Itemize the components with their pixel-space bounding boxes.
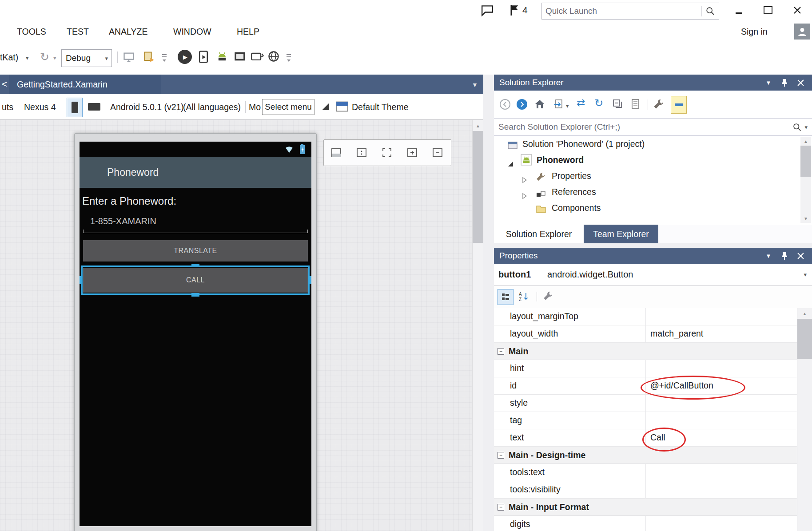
pin-icon[interactable] bbox=[778, 75, 791, 91]
actual-size-button[interactable] bbox=[349, 140, 374, 166]
scrollbar-thumb[interactable] bbox=[797, 319, 812, 359]
preview-selected-items-toggle[interactable] bbox=[671, 96, 687, 114]
property-row[interactable]: layout_marginTop bbox=[494, 308, 797, 325]
user-avatar-icon[interactable] bbox=[794, 24, 810, 40]
split-view-button[interactable] bbox=[324, 140, 349, 166]
refresh-icon[interactable]: ↻ bbox=[594, 97, 603, 109]
globe-icon[interactable] bbox=[267, 50, 280, 64]
scope-to-this-icon[interactable] bbox=[553, 99, 565, 112]
property-value[interactable]: match_parent bbox=[646, 325, 797, 342]
call-button[interactable]: CALL bbox=[83, 268, 308, 293]
translate-button[interactable]: TRANSLATE bbox=[83, 240, 308, 262]
panel-splitter[interactable] bbox=[483, 75, 494, 531]
search-icon[interactable] bbox=[791, 123, 804, 132]
document-list-dropdown-icon[interactable]: ▼ bbox=[472, 81, 478, 88]
nav-back-icon[interactable] bbox=[499, 99, 511, 112]
language-selector[interactable]: (All languages) bbox=[183, 94, 241, 120]
feedback-icon[interactable] bbox=[481, 5, 494, 18]
run-button[interactable]: ▶ bbox=[178, 50, 192, 64]
design-surface-scrollbar[interactable]: ▲ bbox=[472, 120, 483, 531]
select-menu-dropdown[interactable]: Select menu bbox=[262, 99, 314, 115]
property-value[interactable] bbox=[646, 395, 797, 412]
property-group-row[interactable]: − Main - Input Format bbox=[494, 499, 797, 516]
property-value[interactable] bbox=[646, 481, 797, 498]
show-all-files-icon[interactable] bbox=[630, 99, 641, 112]
portrait-orientation-button[interactable] bbox=[67, 98, 83, 117]
tree-item-project-phoneword[interactable]: Phoneword bbox=[494, 152, 812, 168]
rotate-device-icon[interactable] bbox=[251, 52, 264, 64]
theme-selector[interactable]: Default Theme bbox=[352, 94, 409, 120]
phoneword-edittext[interactable]: 1-855-XAMARIN bbox=[83, 216, 308, 233]
landscape-orientation-button[interactable] bbox=[88, 103, 100, 111]
android-version-selector[interactable]: Android 5.0.1 (v21) bbox=[110, 94, 184, 120]
sign-in-link[interactable]: Sign in bbox=[741, 20, 768, 43]
collapse-icon[interactable]: − bbox=[498, 452, 504, 459]
toolbar-options-icon[interactable] bbox=[286, 53, 292, 65]
scroll-up-icon[interactable]: ▲ bbox=[800, 137, 811, 146]
chevron-down-icon[interactable]: ▾ bbox=[26, 55, 29, 61]
tree-item-components[interactable]: Components bbox=[494, 200, 812, 216]
device-log-icon[interactable] bbox=[143, 51, 155, 65]
phone-screen[interactable]: Phoneword Enter a Phoneword: 1-855-XAMAR… bbox=[80, 142, 311, 526]
selected-object-row[interactable]: button1 android.widget.Button ▾ bbox=[494, 264, 812, 286]
tab-solution-explorer[interactable]: Solution Explorer bbox=[494, 225, 584, 243]
chevron-down-icon[interactable]: ▾ bbox=[804, 124, 812, 130]
tree-item-properties[interactable]: Properties bbox=[494, 168, 812, 184]
android-emulator-icon[interactable] bbox=[216, 50, 228, 64]
solution-explorer-header[interactable]: Solution Explorer ▼ bbox=[494, 75, 812, 91]
collapse-icon[interactable]: − bbox=[498, 348, 504, 355]
resize-handle-top[interactable] bbox=[191, 264, 199, 267]
pin-icon[interactable] bbox=[778, 248, 791, 264]
collapse-all-icon[interactable] bbox=[612, 99, 624, 112]
deploy-to-device-icon[interactable] bbox=[197, 50, 210, 65]
scrollbar-thumb[interactable] bbox=[800, 146, 811, 177]
property-row[interactable]: hint bbox=[494, 360, 797, 377]
design-surface[interactable]: Phoneword Enter a Phoneword: 1-855-XAMAR… bbox=[0, 120, 472, 531]
properties-header[interactable]: Properties ▼ bbox=[494, 248, 812, 264]
menu-indicator-icon[interactable] bbox=[321, 102, 330, 113]
close-icon[interactable] bbox=[794, 248, 807, 264]
call-button-selection[interactable]: CALL bbox=[80, 268, 311, 293]
categorized-view-button[interactable] bbox=[498, 289, 513, 305]
properties-scrollbar[interactable]: ▲ bbox=[797, 308, 812, 531]
scroll-up-icon[interactable]: ▲ bbox=[797, 308, 812, 319]
window-position-icon[interactable]: ▼ bbox=[762, 248, 775, 264]
zoom-out-button[interactable] bbox=[425, 140, 450, 166]
menu-item-test[interactable]: TEST bbox=[67, 20, 89, 43]
phoneword-label[interactable]: Enter a Phoneword: bbox=[80, 195, 311, 207]
property-row[interactable]: layout_width match_parent bbox=[494, 325, 797, 343]
collapse-icon[interactable]: − bbox=[498, 504, 504, 511]
device-dropdown-label[interactable]: tKat) bbox=[0, 43, 18, 72]
panel-splitter-horizontal[interactable] bbox=[494, 243, 812, 248]
search-icon[interactable] bbox=[702, 6, 719, 16]
property-row-text[interactable]: text Call bbox=[494, 429, 797, 447]
property-value[interactable]: Call bbox=[646, 429, 797, 446]
screenshot-icon[interactable] bbox=[234, 51, 246, 64]
property-value[interactable] bbox=[646, 412, 797, 429]
scroll-up-icon[interactable]: ▲ bbox=[473, 120, 483, 131]
zoom-in-button[interactable] bbox=[399, 140, 425, 166]
resize-handle-left[interactable] bbox=[80, 276, 82, 284]
tree-item-references[interactable]: References bbox=[494, 184, 812, 200]
home-icon[interactable] bbox=[534, 99, 545, 112]
property-row[interactable]: tools:text bbox=[494, 464, 797, 481]
property-row-id[interactable]: id @+id/CallButton bbox=[494, 377, 797, 395]
menu-item-help[interactable]: HELP bbox=[237, 20, 259, 43]
menu-item-window[interactable]: WINDOW bbox=[173, 20, 211, 43]
property-group-row[interactable]: − Main bbox=[494, 343, 797, 360]
property-value[interactable] bbox=[646, 516, 797, 531]
scroll-down-icon[interactable]: ▼ bbox=[800, 214, 811, 223]
tab-team-explorer[interactable]: Team Explorer bbox=[584, 225, 658, 243]
solution-config-dropdown[interactable]: Debug ▾ bbox=[61, 49, 112, 67]
theme-icon[interactable] bbox=[336, 101, 348, 114]
property-row[interactable]: style bbox=[494, 395, 797, 412]
alphabetical-sort-button[interactable]: AZ bbox=[516, 289, 531, 304]
wrench-icon[interactable] bbox=[543, 291, 553, 303]
scroll-tabs-left-icon[interactable]: < bbox=[2, 75, 8, 94]
chevron-down-icon[interactable]: ▾ bbox=[804, 272, 807, 277]
property-value[interactable]: @+id/CallButton bbox=[646, 377, 797, 394]
menu-item-tools[interactable]: TOOLS bbox=[17, 20, 46, 43]
attach-to-process-icon[interactable] bbox=[123, 51, 135, 65]
close-icon[interactable] bbox=[794, 75, 807, 91]
property-row[interactable]: tools:visibility bbox=[494, 481, 797, 499]
